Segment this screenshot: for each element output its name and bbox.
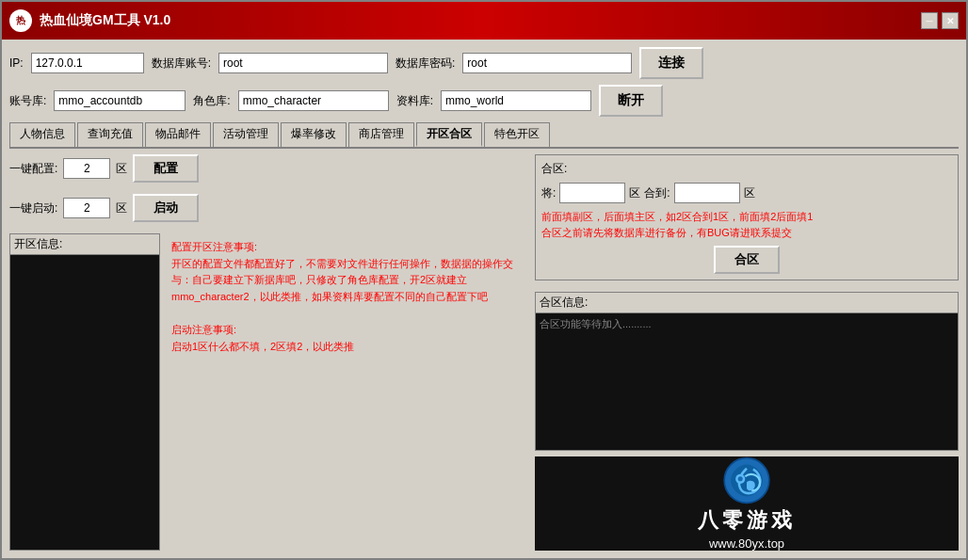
config-button[interactable]: 配置	[133, 154, 199, 183]
open-zone-info-content	[10, 255, 159, 550]
merge-from-input[interactable]	[559, 183, 625, 203]
open-zone-info-title: 开区信息:	[10, 234, 159, 255]
db-account-input[interactable]	[218, 53, 388, 73]
left-panel: 一键配置: 区 配置 一键启动: 区 启动 开区信息:	[9, 154, 527, 551]
role-db-input[interactable]	[238, 90, 389, 111]
data-db-label: 资料库:	[396, 93, 433, 109]
merge-to-input[interactable]	[674, 183, 740, 203]
merge-from-label: 将:	[541, 185, 556, 201]
db-password-input[interactable]	[462, 53, 632, 73]
start-zone-input[interactable]	[63, 198, 110, 218]
merge-to-zone: 区	[744, 185, 755, 201]
panels-row: 开区信息: 配置开区注意事项: 开区的配置文件都配置好了，不需要对文件进行任何操…	[9, 233, 527, 551]
connect-button[interactable]: 连接	[639, 47, 703, 79]
config-zone-label: 区	[116, 161, 127, 177]
start-row: 一键启动: 区 启动	[9, 194, 527, 222]
disconnect-button[interactable]: 断开	[599, 85, 663, 117]
db-password-label: 数据库密码:	[395, 56, 455, 72]
tab-player-info[interactable]: 人物信息	[9, 122, 75, 147]
right-section: 合区: 将: 区 合到: 区 前面填副区，后面填主区，如2区合到1区，前面填2后…	[535, 154, 959, 551]
ip-input[interactable]	[31, 53, 144, 73]
merge-info-text: 合区功能等待加入..........	[540, 318, 652, 329]
start-button[interactable]: 启动	[133, 194, 199, 222]
tab-activity[interactable]: 活动管理	[213, 122, 279, 147]
notice-panel: 配置开区注意事项: 开区的配置文件都配置好了，不需要对文件进行任何操作，数据据的…	[166, 233, 527, 551]
minimize-button[interactable]: ─	[921, 12, 938, 29]
merge-fields-row: 将: 区 合到: 区	[541, 183, 952, 203]
connection-row-2: 账号库: 角色库: 资料库: 断开	[9, 85, 959, 117]
config-row: 一键配置: 区 配置	[9, 154, 527, 183]
tab-merge-zone[interactable]: 开区合区	[416, 122, 482, 147]
merge-from-zone: 区	[629, 185, 640, 201]
close-button[interactable]: ✕	[942, 12, 959, 29]
logo-svg	[718, 456, 775, 504]
app-logo: 热	[9, 9, 32, 32]
merge-info-title: 合区信息:	[536, 293, 958, 313]
merge-info-content: 合区功能等待加入..........	[536, 313, 958, 450]
tab-droprate[interactable]: 爆率修改	[281, 122, 347, 147]
merge-form: 合区: 将: 区 合到: 区 前面填副区，后面填主区，如2区合到1区，前面填2后…	[535, 154, 959, 280]
ip-label: IP:	[9, 56, 24, 70]
tab-shop[interactable]: 商店管理	[348, 122, 414, 147]
tabs-bar: 人物信息 查询充值 物品邮件 活动管理 爆率修改 商店管理 开区合区 特色开区	[9, 122, 959, 149]
logo-chinese: 八零游戏	[698, 506, 796, 535]
tab-special[interactable]: 特色开区	[484, 122, 550, 147]
role-db-label: 角色库:	[193, 93, 230, 109]
main-area: 一键配置: 区 配置 一键启动: 区 启动 开区信息:	[9, 154, 959, 551]
account-db-label: 账号库:	[9, 93, 46, 109]
merge-title: 合区:	[541, 161, 952, 177]
logo-watermark: 八零游戏 www.80yx.top	[535, 456, 959, 551]
window-controls: ─ ✕	[921, 12, 959, 29]
start-label: 一键启动:	[9, 200, 57, 216]
tab-mail[interactable]: 物品邮件	[145, 122, 211, 147]
account-db-input[interactable]	[54, 90, 186, 111]
logo-url: www.80yx.top	[709, 536, 784, 551]
db-account-label: 数据库账号:	[152, 56, 211, 72]
tab-recharge[interactable]: 查询充值	[77, 122, 143, 147]
connection-row-1: IP: 数据库账号: 数据库密码: 连接	[9, 47, 959, 79]
merge-to-label: 合到:	[644, 185, 670, 201]
open-zone-info-panel: 开区信息:	[9, 233, 160, 551]
window-title: 热血仙境GM工具 V1.0	[40, 12, 921, 29]
merge-notice: 前面填副区，后面填主区，如2区合到1区，前面填2后面填1 合区之前请先将数据库进…	[541, 209, 952, 240]
content-area: IP: 数据库账号: 数据库密码: 连接 账号库: 角色库: 资料库: 断开 人…	[2, 40, 966, 558]
start-zone-label: 区	[116, 200, 127, 216]
main-window: 热 热血仙境GM工具 V1.0 ─ ✕ IP: 数据库账号: 数据库密码: 连接…	[0, 0, 968, 560]
config-label: 一键配置:	[9, 161, 57, 177]
merge-button[interactable]: 合区	[714, 246, 780, 274]
merge-info-panel: 合区信息: 合区功能等待加入..........	[535, 292, 959, 451]
svg-point-2	[738, 476, 743, 481]
title-bar: 热 热血仙境GM工具 V1.0 ─ ✕	[2, 2, 966, 40]
notice-text: 配置开区注意事项: 开区的配置文件都配置好了，不需要对文件进行任何操作，数据据的…	[171, 241, 513, 352]
config-zone-input[interactable]	[63, 158, 110, 179]
data-db-input[interactable]	[441, 90, 591, 111]
